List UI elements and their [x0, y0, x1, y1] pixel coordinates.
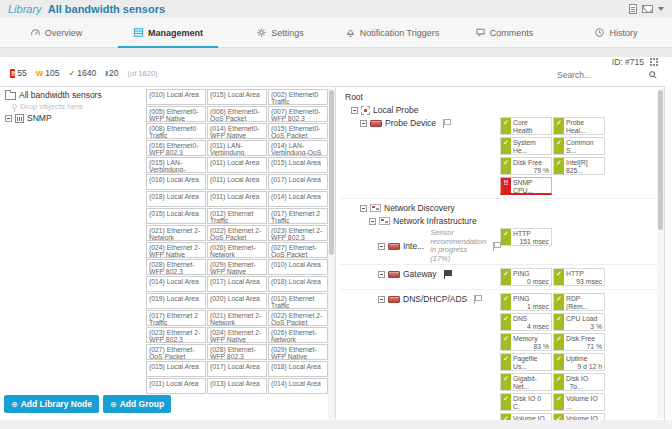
- library-sensor-cell[interactable]: (014) Local Area: [268, 378, 328, 394]
- library-sensor-cell[interactable]: (017) Local Area: [207, 276, 267, 292]
- collapse-toggle[interactable]: [360, 120, 367, 127]
- library-sensor-cell[interactable]: (012) Ethernet Traffic: [207, 208, 267, 224]
- tree-row-network-infrastructure[interactable]: Network Infrastructure: [340, 214, 658, 226]
- tree-row-gateway[interactable]: Gateway✓PING0 msec✓HTTP93 msec: [340, 267, 658, 290]
- library-sensor-cell[interactable]: (015) Local Area: [268, 157, 328, 173]
- sensor-badge[interactable]: ✓Disk Free71 %: [553, 333, 605, 351]
- library-sensor-cell[interactable]: (002) Ethernet0 Traffic: [268, 89, 328, 105]
- library-sensor-cell[interactable]: (011) Local Area: [207, 191, 267, 207]
- library-sensor-cell[interactable]: (011) Local Area: [146, 378, 206, 394]
- library-sensor-cell[interactable]: (021) Ethernet 2-Network: [207, 310, 267, 326]
- library-sensor-cell[interactable]: (022) Ethernet 2-QoS Packet: [268, 310, 328, 326]
- sensor-badge[interactable]: !!SNMP CPU...: [500, 177, 552, 195]
- collapse-toggle[interactable]: [378, 271, 385, 278]
- library-sensor-cell[interactable]: (011) LAN-Verbindung: [207, 140, 267, 156]
- sensor-badge[interactable]: ✓PING1 msec: [500, 293, 552, 311]
- collapse-toggle[interactable]: [360, 205, 367, 212]
- tree-row-dns-dhcp-ads[interactable]: DNS/DHCP/ADS✓PING1 msec✓RDP (Rem...15 ms…: [340, 292, 658, 420]
- collapse-toggle[interactable]: [369, 218, 376, 225]
- sensor-badge[interactable]: ✓CPU Load3 %: [553, 313, 605, 331]
- tab-overview[interactable]: Overview: [0, 18, 112, 47]
- library-sensor-cell[interactable]: (026) Ethernet-Network: [268, 327, 328, 343]
- library-sensor-cell[interactable]: (019) Local Area: [146, 293, 206, 309]
- flag-icon[interactable]: [493, 242, 500, 251]
- sensor-badge[interactable]: ✓Volume IO ...16 %: [553, 413, 605, 420]
- flag-icon[interactable]: [444, 270, 451, 279]
- sensor-badge[interactable]: ✓Disk IO 0 C:<1 %: [500, 393, 552, 411]
- sensor-badge[interactable]: ✓Volume IO ...70 %: [553, 393, 605, 411]
- tree-row-probe-device[interactable]: Probe Device✓Core Health100 %✓Probe Heal…: [340, 116, 658, 199]
- library-root-node[interactable]: All bandwidth sensors: [5, 90, 143, 100]
- caret-down-icon[interactable]: [658, 7, 664, 11]
- library-sensor-cell[interactable]: (017) Local Area: [207, 361, 267, 377]
- library-sensor-cell[interactable]: (014) Local Area: [146, 276, 206, 292]
- status-count-warning[interactable]: W105: [36, 68, 60, 78]
- library-sensor-cell[interactable]: (023) Ethernet 2-WFP 802.3: [268, 225, 328, 241]
- library-sensor-cell[interactable]: (017) Ethernet 2 Traffic: [268, 208, 328, 224]
- library-sensor-cell[interactable]: (027) Ethernet-QoS Packet: [268, 242, 328, 258]
- sensor-badge[interactable]: ✓System He...100 %: [500, 137, 552, 155]
- add-group-button[interactable]: ⊕ Add Group: [103, 395, 171, 413]
- status-count-down[interactable]: !!55: [10, 68, 27, 78]
- sensor-badge[interactable]: ✓DNS4 msec: [500, 313, 552, 331]
- library-sensor-cell[interactable]: (006) Ethernet0-QoS Packet: [207, 106, 267, 122]
- sensor-badge[interactable]: ✓Uptime9 d 12 h: [553, 353, 605, 371]
- tab-history[interactable]: History: [560, 18, 672, 47]
- library-sensor-cell[interactable]: (029) Ethernet-WFP Native: [207, 259, 267, 275]
- library-sensor-cell[interactable]: (014) LAN-Verbindung-QoS: [268, 140, 328, 156]
- library-sensor-cell[interactable]: (017) Ethernet 2 Traffic: [146, 310, 206, 326]
- sensor-badge[interactable]: ✓Memory83 %: [500, 333, 552, 351]
- collapse-toggle[interactable]: [378, 243, 385, 250]
- library-sensor-cell[interactable]: (008) Ethernet0 Traffic: [146, 123, 206, 139]
- library-sensor-cell[interactable]: (015) Local Area: [146, 208, 206, 224]
- library-sensor-cell[interactable]: (029) Ethernet-WFP Native: [268, 344, 328, 360]
- sensor-badge[interactable]: ✓Core Health100 %: [500, 117, 552, 135]
- library-sensor-cell[interactable]: (021) Ethernet 2-Network: [146, 225, 206, 241]
- library-sensor-cell[interactable]: (028) Ethernet-WFP 802.3: [146, 259, 206, 275]
- sensor-badge[interactable]: ✓RDP (Rem...15 msec: [553, 293, 605, 311]
- library-sensor-cell[interactable]: (027) Ethernet-QoS Packet: [146, 344, 206, 360]
- flag-icon[interactable]: [474, 295, 481, 304]
- library-sensor-cell[interactable]: (012) Ethernet Traffic: [268, 293, 328, 309]
- sensor-badge[interactable]: ✓Disk IO _To...<1 %: [553, 373, 605, 391]
- add-library-node-button[interactable]: ⊕ Add Library Node: [4, 395, 99, 413]
- library-sensor-cell[interactable]: (014) Ethernet0-WFP Native: [207, 123, 267, 139]
- library-sensor-cell[interactable]: (005) Ethernet0-WFP Native: [146, 106, 206, 122]
- library-sensor-cell[interactable]: (018) Local Area: [268, 276, 328, 292]
- library-sensor-cell[interactable]: (028) Ethernet-WFP 802.3: [207, 344, 267, 360]
- library-sensor-cell[interactable]: (015) Local Area: [207, 89, 267, 105]
- sensor-badge[interactable]: ✓Disk Free79 %: [500, 157, 552, 175]
- library-sensor-cell[interactable]: (017) Local Area: [268, 174, 328, 190]
- library-sensor-cell[interactable]: (010) Local Area: [268, 259, 328, 275]
- sensor-badge[interactable]: ✓Pagefile Us...0 %: [500, 353, 552, 371]
- library-sensor-cell[interactable]: (024) Ethernet 2-WFP Native: [207, 327, 267, 343]
- tab-settings[interactable]: Settings: [224, 18, 336, 47]
- collapse-toggle[interactable]: [378, 296, 385, 303]
- library-sensor-cell[interactable]: (022) Ethernet 2-QoS Packet: [207, 225, 267, 241]
- tree-row-root[interactable]: Root: [340, 90, 658, 102]
- library-sensor-cell[interactable]: (011) Local Area: [207, 157, 267, 173]
- library-sensor-cell[interactable]: (013) Local Area: [207, 378, 267, 394]
- tree-row-local-probe[interactable]: Local Probe: [340, 103, 658, 115]
- tab-notification-triggers[interactable]: Notification Triggers: [336, 18, 448, 47]
- collapse-toggle[interactable]: [351, 107, 358, 114]
- tab-management[interactable]: Management: [112, 18, 224, 47]
- sensor-badge[interactable]: ✓HTTP93 msec: [553, 268, 605, 286]
- right-scrollbar[interactable]: [657, 88, 664, 419]
- library-sensor-cell[interactable]: (015) LAN-Verbindung-: [146, 157, 206, 173]
- library-sensor-cell[interactable]: (018) Local Area: [146, 191, 206, 207]
- library-sensor-cell[interactable]: (018) Local Area: [268, 361, 328, 377]
- qr-grid-icon[interactable]: [650, 58, 658, 66]
- new-window-icon[interactable]: [629, 4, 637, 14]
- sensor-badge[interactable]: ✓Probe Heal...100 %: [553, 117, 605, 135]
- library-sensor-cell[interactable]: (015) Local Area: [146, 361, 206, 377]
- library-sensor-cell[interactable]: (007) Ethernet0-WFP 802.3: [268, 106, 328, 122]
- search-icon[interactable]: [648, 70, 658, 80]
- tab-comments[interactable]: Comments: [448, 18, 560, 47]
- library-sensor-cell[interactable]: (010) Local Area: [146, 89, 206, 105]
- library-sensor-cell[interactable]: (023) Ethernet 2-WFP 802.3: [146, 327, 206, 343]
- sensor-badge[interactable]: ✓HTTP151 msec: [500, 228, 552, 246]
- status-count-paused[interactable]: II20: [105, 68, 118, 78]
- tree-row-inte[interactable]: Inte...Sensor recommendation in progress…: [340, 227, 658, 265]
- left-scrollbar[interactable]: [328, 88, 335, 419]
